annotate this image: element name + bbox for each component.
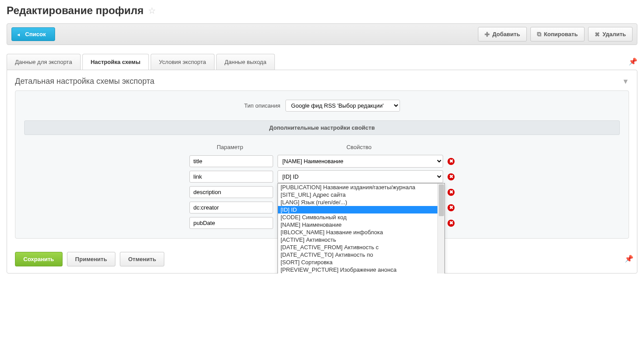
description-type-select[interactable]: Google фид RSS 'Выбор редакции' bbox=[285, 100, 400, 112]
inner-panel: Тип описания Google фид RSS 'Выбор редак… bbox=[15, 90, 629, 239]
cancel-button[interactable]: Отменить bbox=[120, 252, 165, 266]
dropdown-option[interactable]: [PUBLICATION] Название издания/газеты/жу… bbox=[278, 183, 437, 191]
section-header: Детальная настройка схемы экспорта ▼ bbox=[15, 77, 629, 90]
tab-schema-settings[interactable]: Настройка схемы bbox=[82, 54, 149, 70]
dropdown-option[interactable]: [CODE] Символьный код bbox=[278, 213, 437, 221]
pin-icon[interactable]: 📌 bbox=[625, 255, 633, 263]
page-title: Редактирование профиля bbox=[7, 4, 144, 17]
dropdown-option[interactable]: [NAME] Наименование bbox=[278, 221, 437, 228]
dropdown-option[interactable]: [DATE_ACTIVE_TO] Активность по bbox=[278, 251, 437, 258]
prop-select-dropdown[interactable]: [PUBLICATION] Название издания/газеты/жу… bbox=[278, 183, 445, 273]
copy-button-label: Копировать bbox=[544, 31, 578, 37]
param-input[interactable] bbox=[189, 217, 273, 229]
props-row: [ID] ID ✖ bbox=[189, 170, 455, 183]
add-button[interactable]: ✚ Добавить bbox=[478, 27, 527, 41]
save-button[interactable]: Сохранить bbox=[15, 252, 63, 266]
dropdown-option[interactable]: [ID] ID bbox=[278, 206, 437, 213]
delete-button[interactable]: ✖ Удалить bbox=[588, 27, 633, 41]
param-input[interactable] bbox=[189, 202, 273, 213]
delete-row-icon[interactable]: ✖ bbox=[448, 220, 455, 227]
prop-select[interactable]: [ID] ID bbox=[278, 170, 443, 183]
delete-row-icon[interactable]: ✖ bbox=[448, 173, 455, 180]
x-icon: ✖ bbox=[595, 31, 600, 38]
param-input[interactable] bbox=[189, 171, 273, 183]
prop-select[interactable]: [NAME] Наименование bbox=[278, 155, 443, 168]
action-buttons: ✚ Добавить ⧉ Копировать ✖ Удалить bbox=[478, 27, 633, 41]
dropdown-option[interactable]: [IBLOCK_NAME] Название инфоблока bbox=[278, 228, 437, 236]
copy-icon: ⧉ bbox=[537, 30, 541, 38]
delete-row-icon[interactable]: ✖ bbox=[448, 158, 455, 165]
copy-button[interactable]: ⧉ Копировать bbox=[530, 27, 585, 41]
props-table: Параметр Свойство [NAME] Наименование ✖ … bbox=[24, 144, 620, 229]
add-button-label: Добавить bbox=[492, 31, 520, 37]
param-input[interactable] bbox=[189, 186, 273, 198]
props-column-headers: Параметр Свойство bbox=[188, 144, 456, 150]
description-type-label: Тип описания bbox=[244, 102, 280, 109]
delete-button-label: Удалить bbox=[603, 31, 626, 37]
tab-export-data[interactable]: Данные для экспорта bbox=[7, 54, 81, 70]
tab-content: Детальная настройка схемы экспорта ▼ Тип… bbox=[7, 70, 637, 273]
section-title: Детальная настройка схемы экспорта bbox=[15, 77, 155, 86]
dropdown-option[interactable]: [PREVIEW_PICTURE] Изображение анонса bbox=[278, 266, 437, 273]
props-row: [NAME] Наименование ✖ bbox=[189, 155, 455, 168]
delete-row-icon[interactable]: ✖ bbox=[448, 204, 455, 211]
dropdown-option[interactable]: [DATE_ACTIVE_FROM] Активность с bbox=[278, 243, 437, 251]
column-prop-header: Свойство bbox=[276, 144, 442, 150]
description-type-row: Тип описания Google фид RSS 'Выбор редак… bbox=[24, 100, 620, 112]
dropdown-option[interactable]: [SORT] Сортировка bbox=[278, 258, 437, 266]
favorite-star-icon[interactable]: ☆ bbox=[148, 5, 156, 16]
pin-icon[interactable]: 📌 bbox=[629, 57, 637, 66]
dropdown-option[interactable]: [LANG] Язык (ru/en/de/...) bbox=[278, 198, 437, 206]
dropdown-option[interactable]: [SITE_URL] Адрес сайта bbox=[278, 191, 437, 198]
apply-button[interactable]: Применить bbox=[67, 252, 115, 266]
plus-icon: ✚ bbox=[485, 31, 490, 38]
collapse-icon[interactable]: ▼ bbox=[622, 78, 629, 86]
props-header-bar: Дополнительные настройки свойств bbox=[24, 120, 620, 135]
action-bar: Список ✚ Добавить ⧉ Копировать ✖ Удалить bbox=[7, 23, 637, 45]
page-header: Редактирование профиля ☆ bbox=[7, 0, 637, 23]
tab-export-conditions[interactable]: Условия экспорта bbox=[151, 54, 215, 70]
scrollbar[interactable] bbox=[437, 183, 444, 273]
dropdown-option[interactable]: [ACTIVE] Активность bbox=[278, 236, 437, 243]
list-button[interactable]: Список bbox=[11, 27, 55, 41]
param-input[interactable] bbox=[189, 155, 273, 167]
tabs: Данные для экспорта Настройка схемы Усло… bbox=[7, 54, 637, 70]
column-param-header: Параметр bbox=[188, 144, 272, 150]
scrollbar-thumb[interactable] bbox=[439, 184, 444, 216]
tab-output-data[interactable]: Данные выхода bbox=[216, 54, 275, 70]
delete-row-icon[interactable]: ✖ bbox=[448, 189, 455, 196]
